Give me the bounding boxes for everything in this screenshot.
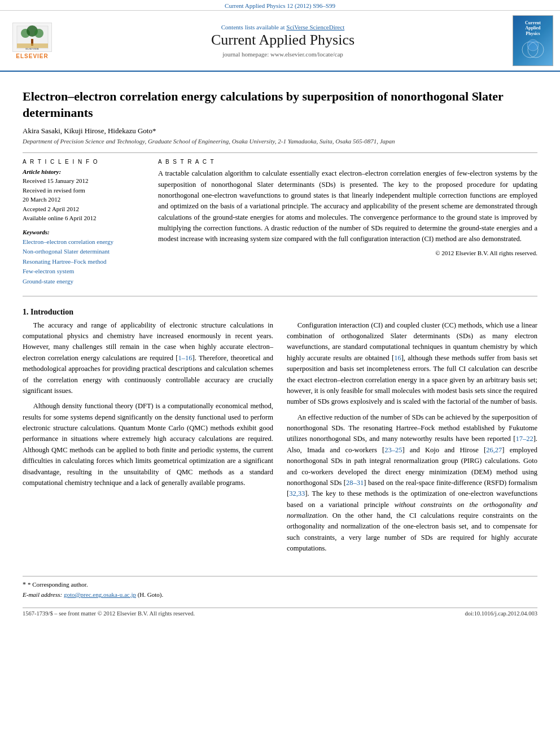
copyright-line: © 2012 Elsevier B.V. All rights reserved… — [158, 250, 537, 256]
section-number: 1. — [23, 308, 29, 316]
footnote-star: * — [23, 580, 28, 588]
email-name: (H. Goto). — [138, 591, 164, 598]
elsevier-logo-image: ELSEVIER — [12, 23, 52, 52]
footnote-email: E-mail address: goto@prec.eng.osaka-u.ac… — [23, 591, 537, 599]
sciverse-link[interactable]: SciVerse ScienceDirect — [286, 24, 344, 30]
keyword-2: Non-orthogonal Slater determinant — [23, 247, 147, 257]
history-received: Received 15 January 2012 Received in rev… — [23, 176, 147, 223]
email-label: E-mail address: — [23, 591, 64, 598]
keywords-heading: Keywords: — [23, 229, 147, 235]
affiliation-line: Department of Precision Science and Tech… — [23, 138, 537, 145]
introduction-section: 1. Introduction The accuracy and range o… — [23, 308, 537, 559]
article-info-heading: A R T I C L E I N F O — [23, 159, 147, 165]
section-heading-text: Introduction — [30, 308, 73, 316]
bottom-bar: 1567-1739/$ – see front matter © 2012 El… — [23, 608, 537, 617]
keyword-1: Electron–electron correlation energy — [23, 237, 147, 247]
corresponding-author-text: * Corresponding author. — [28, 581, 88, 588]
cover-graphic — [519, 38, 547, 61]
main-content: Electron–electron correlation energy cal… — [0, 72, 560, 628]
issn-text: 1567-1739/$ – see front matter © 2012 El… — [23, 610, 195, 617]
intro-para-2: Although density functional theory (DFT)… — [23, 401, 273, 488]
svg-text:ELSEVIER: ELSEVIER — [25, 47, 39, 50]
revised-date: 20 March 2012 — [23, 196, 60, 203]
ref-32-33[interactable]: 32,33 — [289, 490, 305, 497]
footnote-corresponding: * * Corresponding author. — [23, 580, 537, 589]
intro-para-3: Configuration interaction (CI) and coupl… — [287, 320, 537, 408]
authors-line: Akira Sasaki, Kikuji Hirose, Hidekazu Go… — [23, 126, 537, 136]
keyword-4: Few-electron system — [23, 267, 147, 277]
elsevier-tree-icon: ELSEVIER — [14, 23, 51, 51]
ref-1-16[interactable]: 1–16 — [178, 354, 192, 362]
svg-point-3 — [34, 29, 43, 38]
abstract-body: A tractable calculation algorithm to cal… — [158, 168, 537, 245]
elsevier-wordmark: ELSEVIER — [16, 53, 48, 59]
abstract-heading: A B S T R A C T — [158, 159, 537, 165]
ref-16[interactable]: 16 — [394, 354, 401, 362]
elsevier-logo-container: ELSEVIER ELSEVIER — [7, 23, 58, 59]
ref-23-25[interactable]: 23–25 — [384, 446, 402, 454]
abstract-column: A B S T R A C T A tractable calculation … — [158, 159, 537, 286]
journal-header: ELSEVIER ELSEVIER Contents lists availab… — [0, 11, 560, 72]
history-title: Article history: — [23, 168, 147, 175]
article-title: Electron–electron correlation energy cal… — [23, 89, 537, 121]
author-names: Akira Sasaki, Kikuji Hirose, Hidekazu Go… — [23, 126, 156, 135]
article-info-column: A R T I C L E I N F O Article history: R… — [23, 159, 147, 286]
journal-title: Current Applied Physics — [58, 32, 508, 49]
ref-17-22[interactable]: 17–22 — [515, 435, 533, 443]
header-divider — [23, 152, 537, 153]
keyword-5: Ground-state energy — [23, 277, 147, 287]
contents-label: Contents lists available at — [221, 24, 286, 30]
intro-para-4: An effective reduction of the number of … — [287, 412, 537, 554]
intro-col-left: The accuracy and range of applicability … — [23, 320, 273, 559]
article-history-box: Article history: Received 15 January 201… — [23, 168, 147, 223]
svg-point-9 — [527, 40, 539, 51]
keywords-section: Keywords: Electron–electron correlation … — [23, 229, 147, 287]
journal-citation-bar: Current Applied Physics 12 (2012) S96–S9… — [0, 0, 560, 11]
ref-26-27[interactable]: 26,27 — [486, 446, 502, 454]
journal-title-area: Contents lists available at SciVerse Sci… — [58, 24, 508, 58]
section-divider — [23, 296, 537, 296]
doi-text: doi:10.1016/j.cap.2012.04.003 — [465, 610, 537, 617]
introduction-title: 1. Introduction — [23, 308, 537, 317]
elsevier-logo: ELSEVIER ELSEVIER — [7, 23, 58, 59]
email-link[interactable]: goto@prec.eng.osaka-u.ac.jp — [64, 591, 136, 598]
journal-thumb-title: CurrentAppliedPhysics — [525, 20, 541, 37]
article-info-abstract-row: A R T I C L E I N F O Article history: R… — [23, 159, 537, 286]
accepted-date: Accepted 2 April 2012 — [23, 206, 79, 212]
journal-cover-thumbnail: CurrentAppliedPhysics — [513, 15, 553, 66]
sciverse-link-line: Contents lists available at SciVerse Sci… — [58, 24, 508, 30]
ref-28-31[interactable]: 28–31 — [346, 479, 364, 487]
keyword-3: Resonating Hartree–Fock method — [23, 257, 147, 267]
journal-homepage: journal homepage: www.elsevier.com/locat… — [58, 51, 508, 58]
journal-thumbnail-area: CurrentAppliedPhysics — [508, 15, 553, 66]
revised-label: Received in revised form — [23, 187, 85, 194]
received-date: Received 15 January 2012 — [23, 177, 88, 184]
journal-citation-text: Current Applied Physics 12 (2012) S96–S9… — [225, 2, 335, 9]
footnote-area: * * Corresponding author. E-mail address… — [23, 576, 537, 600]
online-date: Available online 6 April 2012 — [23, 215, 97, 221]
introduction-body-columns: The accuracy and range of applicability … — [23, 320, 537, 559]
intro-para-1: The accuracy and range of applicability … — [23, 320, 273, 397]
intro-col-right: Configuration interaction (CI) and coupl… — [287, 320, 537, 559]
